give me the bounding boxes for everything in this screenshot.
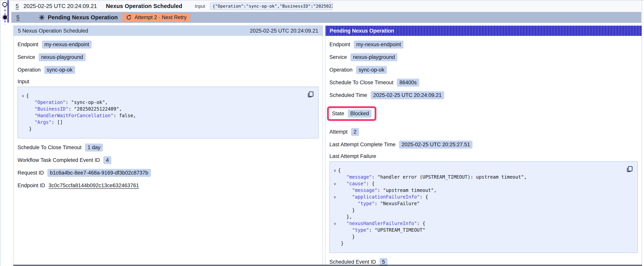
- timeline-gutter: [0, 1, 11, 27]
- field-row-service: Service nexus-playground: [330, 53, 638, 61]
- field-label: Schedule To Close Timeout: [330, 80, 393, 86]
- field-row-scheduled-time: Scheduled Time 2025-02-25 UTC 20:24:09.2…: [330, 91, 638, 99]
- failure-code-block: ∨{ "message": "handler error (UPSTREAM_T…: [330, 161, 638, 253]
- scheduled-panel-title: 5 Nexus Operation Scheduled: [18, 28, 88, 34]
- scheduled-panel-time: 2025-02-25 UTC 20:24:09.21: [250, 28, 318, 34]
- field-row-endpoint-id: Endpoint ID 3c0c75ccfa8144b092c13ce63246…: [18, 182, 319, 189]
- code-line: }: [20, 126, 315, 132]
- scheduled-event-panel: 5 Nexus Operation Scheduled 2025-02-25 U…: [13, 25, 323, 265]
- retry-icon: [126, 15, 132, 20]
- field-value-chip: 2025-02-25 UTC 20:25:27.51: [399, 141, 472, 149]
- code-line: }: [332, 207, 634, 213]
- code-line: }: [332, 240, 634, 247]
- event-detail-section: 5 Nexus Operation Scheduled 2025-02-25 U…: [13, 25, 642, 265]
- pending-panel-header: Pending Nexus Operation: [326, 26, 642, 36]
- field-label: Request ID: [18, 170, 44, 176]
- event-row-scheduled[interactable]: 5 2025-02-25 UTC 20:24:09.21 Nexus Opera…: [11, 1, 641, 12]
- field-row-schedule-to-close: Schedule To Close Timeout 1 day: [18, 144, 319, 152]
- field-label: Endpoint ID: [18, 182, 45, 189]
- failure-section-label: Last Attempt Failure: [330, 153, 638, 159]
- event-node-icon: [2, 2, 7, 7]
- pending-node-icon: [3, 16, 7, 19]
- collapse-toggle-icon[interactable]: ∨: [332, 167, 338, 174]
- copy-icon[interactable]: [306, 91, 314, 99]
- field-row-attempt: Attempt 2: [330, 128, 638, 136]
- code-line: ∨ "nexusHandlerFailureInfo": {: [332, 220, 634, 227]
- code-line: "BusinessID": "20250225122409",: [20, 106, 315, 112]
- input-section-label: Input: [18, 79, 319, 85]
- scheduled-panel-header: 5 Nexus Operation Scheduled 2025-02-25 U…: [14, 26, 322, 36]
- section-bottom-border: [13, 265, 642, 265]
- field-label: State: [332, 111, 344, 117]
- field-row-endpoint: Endpoint my-nexus-endpoint: [18, 41, 319, 49]
- copy-icon[interactable]: [626, 165, 634, 173]
- field-value-chip: nexus-playground: [350, 53, 398, 61]
- field-label: Service: [18, 54, 35, 60]
- field-value-chip: b1c6a4bc-8ee7-468a-9169-df3b02c8737b: [47, 169, 151, 177]
- field-row-wft-completed-id: Workflow Task Completed Event ID 4: [18, 156, 319, 164]
- field-value-chip: my-nexus-endpoint: [42, 41, 92, 49]
- code-line: ∨{: [20, 92, 315, 99]
- field-value-chip: 4: [103, 156, 111, 164]
- collapse-toggle-icon[interactable]: ∨: [332, 220, 338, 227]
- field-label: Endpoint: [330, 42, 350, 48]
- code-line: "Operation": "sync-op-ok",: [20, 99, 315, 106]
- code-line: },: [332, 213, 634, 220]
- input-code-block: ∨{ "Operation": "sync-op-ok", "BusinessI…: [18, 87, 319, 138]
- code-line: "Args": []: [20, 119, 315, 126]
- state-highlight-box: State Blocked: [327, 106, 376, 121]
- scrollbar-track[interactable]: [642, 1, 644, 266]
- field-value-chip: 2025-02-25 UTC 20:24:09.21: [371, 91, 444, 99]
- field-label: Service: [330, 54, 347, 60]
- field-value-chip: nexus-playground: [38, 53, 86, 61]
- field-row-service: Service nexus-playground: [18, 53, 319, 61]
- field-value-chip: 2: [351, 128, 359, 136]
- field-row-endpoint: Endpoint my-nexus-endpoint: [330, 41, 638, 49]
- field-label: Last Attempt Complete Time: [330, 142, 396, 148]
- field-row-operation: Operation sync-op-ok: [330, 66, 638, 74]
- event-history-view: 5 2025-02-25 UTC 20:24:09.21 Nexus Opera…: [0, 0, 644, 266]
- code-line: ∨ "cause": {: [332, 180, 634, 187]
- field-value-chip: my-nexus-endpoint: [354, 41, 404, 49]
- field-value-chip: sync-op-ok: [44, 66, 75, 74]
- field-row-schedule-to-close: Schedule To Close Timeout 86400s: [330, 79, 638, 87]
- code-line: "type": "NexusFailure": [332, 200, 634, 207]
- field-label: Scheduled Time: [330, 92, 367, 98]
- field-row-operation: Operation sync-op-ok: [18, 66, 319, 74]
- pending-id-link[interactable]: 5: [16, 14, 20, 21]
- event-id-link[interactable]: 5: [16, 3, 19, 9]
- field-label: Operation: [18, 67, 41, 73]
- input-preview-chip[interactable]: {"Operation":"sync-op-ok","BusinessID":"…: [210, 2, 333, 10]
- event-title: Nexus Operation Scheduled: [106, 3, 182, 9]
- collapse-toggle-icon[interactable]: ∨: [332, 180, 338, 187]
- field-label: Schedule To Close Timeout: [18, 144, 82, 151]
- field-label: Endpoint: [18, 42, 38, 48]
- endpoint-id-link[interactable]: 3c0c75ccfa8144b092c13ce632463761: [48, 182, 139, 189]
- collapse-toggle-icon[interactable]: ∨: [20, 92, 26, 99]
- field-label: Scheduled Event ID: [330, 259, 376, 265]
- timeline-dashed-line: [4, 6, 6, 25]
- retry-badge-label: Attempt 2 · Next Retry: [134, 15, 186, 21]
- asterisk-icon: [38, 14, 45, 21]
- field-row-last-attempt-complete: Last Attempt Complete Time 2025-02-25 UT…: [330, 141, 638, 149]
- field-value-chip: 86400s: [397, 79, 419, 87]
- event-time: 2025-02-25 UTC 20:24:09.21: [24, 3, 97, 9]
- field-row-request-id: Request ID b1c6a4bc-8ee7-468a-9169-df3b0…: [18, 169, 319, 177]
- pending-panel-title: Pending Nexus Operation: [330, 28, 394, 34]
- code-line: ∨{: [332, 167, 634, 174]
- input-label: Input: [195, 4, 205, 9]
- code-line: "type": "UPSTREAM_TIMEOUT": [332, 227, 634, 233]
- field-value-chip: 1 day: [85, 144, 103, 152]
- code-line: ∨ "applicationFailureInfo": {: [332, 194, 634, 200]
- field-value-chip: sync-op-ok: [356, 66, 387, 74]
- state-value-chip: Blocked: [348, 110, 372, 118]
- retry-badge: Attempt 2 · Next Retry: [122, 13, 190, 22]
- code-line: "message": "upstream timeout",: [332, 187, 634, 194]
- pending-operation-row[interactable]: 5 Pending Nexus Operation Attempt 2 · Ne…: [11, 12, 641, 23]
- timeline-active-bar: [8, 1, 9, 23]
- code-line: "message": "handler error (UPSTREAM_TIME…: [332, 174, 634, 180]
- field-label: Workflow Task Completed Event ID: [18, 157, 100, 163]
- collapse-toggle-icon[interactable]: ∨: [332, 194, 338, 200]
- field-label: Operation: [330, 67, 352, 73]
- code-line: "HandlerWaitForCancellation": false,: [20, 112, 315, 119]
